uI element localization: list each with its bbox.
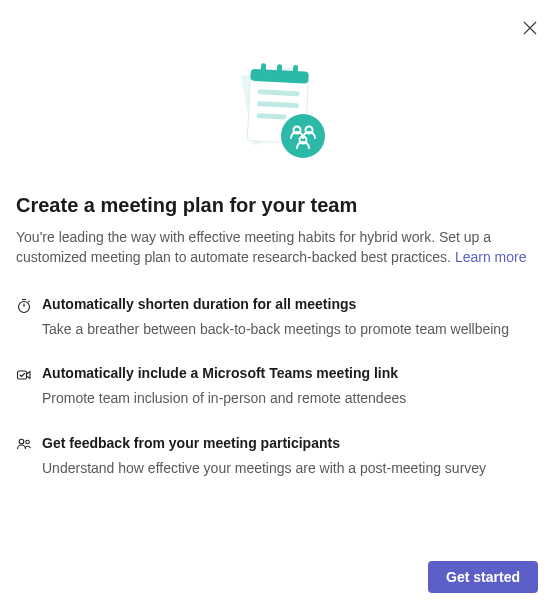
feature-content: Get feedback from your meeting participa… (42, 435, 544, 479)
svg-point-20 (26, 440, 30, 444)
feature-title: Get feedback from your meeting participa… (42, 435, 544, 451)
feature-description: Take a breather between back-to-back mee… (42, 320, 544, 340)
get-started-button[interactable]: Get started (428, 561, 538, 593)
close-button[interactable] (516, 14, 544, 42)
feature-description: Understand how effective your meetings a… (42, 459, 544, 479)
dialog-footer: Get started (428, 561, 538, 593)
learn-more-link[interactable]: Learn more (455, 249, 527, 265)
video-link-icon (16, 367, 32, 383)
feature-title: Automatically shorten duration for all m… (42, 296, 544, 312)
feature-item-teams-link: Automatically include a Microsoft Teams … (16, 365, 544, 409)
svg-rect-6 (293, 65, 299, 77)
meeting-plan-illustration (225, 56, 335, 166)
feature-content: Automatically include a Microsoft Teams … (42, 365, 544, 409)
feedback-icon (16, 437, 32, 453)
svg-point-19 (19, 439, 24, 444)
feature-item-shorten-duration: Automatically shorten duration for all m… (16, 296, 544, 340)
svg-rect-5 (277, 64, 283, 76)
feature-list: Automatically shorten duration for all m… (16, 296, 544, 479)
feature-item-feedback: Get feedback from your meeting participa… (16, 435, 544, 479)
dialog-title: Create a meeting plan for your team (16, 194, 544, 217)
description-text: You're leading the way with effective me… (16, 229, 491, 265)
svg-line-17 (28, 300, 29, 301)
dialog-description: You're leading the way with effective me… (16, 227, 544, 268)
svg-rect-4 (261, 63, 267, 75)
svg-rect-18 (18, 371, 27, 379)
timer-icon (16, 298, 32, 314)
hero-illustration-container (0, 0, 560, 194)
feature-description: Promote team inclusion of in-person and … (42, 389, 544, 409)
close-icon (522, 20, 538, 36)
feature-content: Automatically shorten duration for all m… (42, 296, 544, 340)
feature-title: Automatically include a Microsoft Teams … (42, 365, 544, 381)
dialog-content: Create a meeting plan for your team You'… (0, 194, 560, 478)
